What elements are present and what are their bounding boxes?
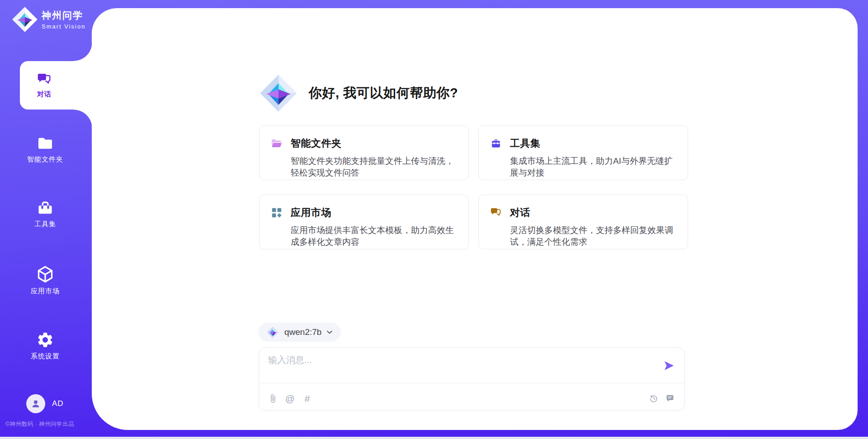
card-description: 应用市场提供丰富长文本模板，助力高效生成多样化文章内容 bbox=[291, 224, 458, 248]
sidebar-item-label: 系统设置 bbox=[31, 352, 60, 361]
avatar bbox=[26, 394, 45, 413]
card-description: 集成市场上主流工具，助力AI与外界无缝扩展与对接 bbox=[510, 155, 677, 178]
brand-name: 神州问学 bbox=[42, 9, 85, 22]
sidebar-item-label: 智能文件夹 bbox=[27, 155, 63, 164]
card-title: 对话 bbox=[510, 206, 530, 220]
chat-icon bbox=[37, 72, 52, 87]
at-mention-icon[interactable]: @ bbox=[285, 394, 295, 403]
card-description: 智能文件夹功能支持批量文件上传与清洗，轻松实现文件问答 bbox=[291, 155, 458, 178]
chat-bubble-icon bbox=[490, 207, 502, 219]
comment-icon[interactable] bbox=[666, 394, 675, 403]
sidebar-item-app-market[interactable]: 应用市场 bbox=[14, 265, 77, 296]
brand-subtitle: Smart Vision bbox=[42, 23, 85, 30]
sidebar-item-toolset[interactable]: 工具集 bbox=[14, 200, 77, 229]
card-chat[interactable]: 对话 灵活切换多模型文件，支持多样回复效果调试，满足个性化需求 bbox=[478, 195, 688, 249]
card-title: 工具集 bbox=[510, 137, 541, 150]
card-title: 应用市场 bbox=[291, 206, 331, 220]
diamond-logo-icon bbox=[259, 74, 298, 113]
sidebar-item-smart-folder[interactable]: 智能文件夹 bbox=[14, 135, 77, 164]
user-initials: AD bbox=[52, 399, 64, 408]
user-profile[interactable]: AD bbox=[26, 394, 64, 413]
gear-icon bbox=[36, 331, 54, 349]
sidebar-item-label: 应用市场 bbox=[31, 287, 60, 296]
card-description: 灵活切换多模型文件，支持多样回复效果调试，满足个性化需求 bbox=[510, 224, 677, 248]
diamond-logo-icon bbox=[267, 326, 279, 339]
sidebar-item-chat[interactable]: 对话 bbox=[20, 61, 69, 110]
briefcase-icon bbox=[490, 138, 502, 149]
page-title: 你好, 我可以如何帮助你? bbox=[309, 84, 458, 102]
greeting-row: 你好, 我可以如何帮助你? bbox=[259, 74, 458, 113]
model-name: qwen2:7b bbox=[284, 327, 321, 337]
main-panel: 你好, 我可以如何帮助你? 智能文件夹 智能文件夹功能支持批量文件上传与清洗，轻… bbox=[92, 8, 858, 430]
sidebar-active-tab: 对话 bbox=[20, 61, 92, 110]
send-icon[interactable] bbox=[663, 360, 675, 372]
card-smart-folder[interactable]: 智能文件夹 智能文件夹功能支持批量文件上传与清洗，轻松实现文件问答 bbox=[259, 125, 469, 180]
sidebar-item-label: 对话 bbox=[37, 90, 52, 99]
card-title: 智能文件夹 bbox=[291, 137, 342, 150]
tab-fillet-bottom bbox=[74, 110, 92, 128]
sidebar-item-settings[interactable]: 系统设置 bbox=[14, 331, 77, 361]
sidebar-item-label: 工具集 bbox=[34, 220, 56, 229]
feature-cards: 智能文件夹 智能文件夹功能支持批量文件上传与清洗，轻松实现文件问答 工具集 集成… bbox=[259, 125, 688, 249]
window-bottom-edge bbox=[0, 437, 868, 439]
message-composer: @ # bbox=[259, 348, 685, 410]
card-toolset[interactable]: 工具集 集成市场上主流工具，助力AI与外界无缝扩展与对接 bbox=[478, 125, 688, 180]
grid-icon bbox=[271, 207, 283, 219]
user-icon bbox=[30, 398, 42, 410]
history-icon[interactable] bbox=[649, 394, 659, 403]
folder-icon bbox=[37, 135, 54, 152]
toolbox-icon bbox=[37, 200, 54, 217]
card-app-market[interactable]: 应用市场 应用市场提供丰富长文本模板，助力高效生成多样化文章内容 bbox=[259, 195, 469, 249]
cube-icon bbox=[36, 265, 55, 284]
copyright-text: ©神州数码 · 神州问学出品 bbox=[5, 420, 74, 428]
chevron-down-icon bbox=[327, 330, 332, 334]
paperclip-icon[interactable] bbox=[268, 394, 278, 403]
message-input[interactable] bbox=[268, 354, 652, 380]
folder-open-icon bbox=[271, 138, 283, 149]
tab-fillet-top bbox=[74, 43, 92, 61]
hash-icon[interactable]: # bbox=[302, 394, 312, 403]
brand-logo: 神州问学 Smart Vision bbox=[12, 6, 85, 33]
model-selector[interactable]: qwen2:7b bbox=[258, 323, 341, 342]
diamond-logo-icon bbox=[12, 6, 38, 33]
composer-divider bbox=[259, 383, 684, 383]
